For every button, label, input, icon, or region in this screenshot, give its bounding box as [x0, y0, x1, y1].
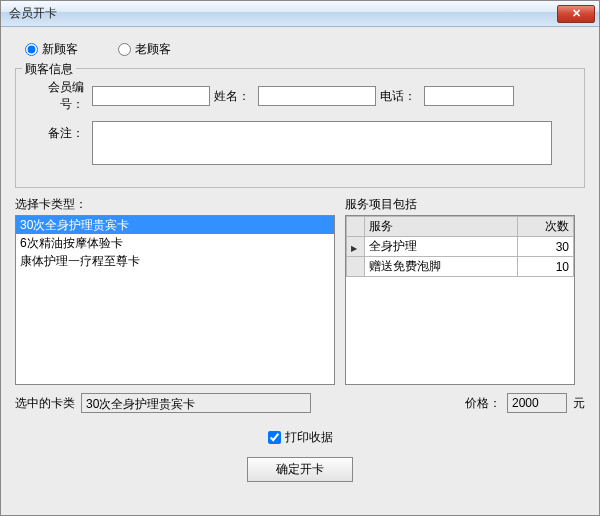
- radio-new-label: 新顾客: [42, 41, 78, 58]
- radio-old-label: 老顾客: [135, 41, 171, 58]
- service-table: 服务 次数 全身护理30赠送免费泡脚10: [346, 216, 574, 277]
- selected-card-label: 选中的卡类: [15, 395, 75, 412]
- service-table-label: 服务项目包括: [345, 196, 585, 213]
- cell-service: 全身护理: [364, 237, 517, 257]
- service-table-wrap[interactable]: 服务 次数 全身护理30赠送免费泡脚10: [345, 215, 575, 385]
- radio-new-input[interactable]: [25, 43, 38, 56]
- remark-label: 备注：: [26, 121, 88, 142]
- service-column: 服务项目包括 服务 次数 全身护理30赠送免费泡脚10: [345, 196, 585, 385]
- card-type-label: 选择卡类型：: [15, 196, 335, 213]
- print-receipt-input[interactable]: [268, 431, 281, 444]
- radio-new-customer[interactable]: 新顾客: [25, 41, 78, 58]
- dialog-content: 新顾客 老顾客 顾客信息 会员编号： 姓名： 电话： 备注：: [1, 27, 599, 488]
- confirm-button[interactable]: 确定开卡: [247, 457, 353, 482]
- name-label: 姓名：: [214, 88, 254, 105]
- customer-info-legend: 顾客信息: [22, 61, 76, 78]
- print-row: 打印收据: [15, 429, 585, 447]
- confirm-row: 确定开卡: [15, 457, 585, 482]
- customer-info-row1: 会员编号： 姓名： 电话：: [26, 79, 574, 113]
- member-id-input[interactable]: [92, 86, 210, 106]
- row-handle: [347, 237, 365, 257]
- price-label: 价格：: [465, 395, 501, 412]
- card-service-row: 选择卡类型： 30次全身护理贵宾卡6次精油按摩体验卡康体护理一疗程至尊卡 服务项…: [15, 196, 585, 385]
- cell-service: 赠送免费泡脚: [364, 257, 517, 277]
- phone-label: 电话：: [380, 88, 420, 105]
- member-card-dialog: 会员开卡 ✕ 新顾客 老顾客 顾客信息 会员编号： 姓名： 电话：: [0, 0, 600, 516]
- customer-info-row2: 备注：: [26, 121, 574, 165]
- col-count-header: 次数: [517, 217, 573, 237]
- print-receipt-checkbox[interactable]: 打印收据: [268, 429, 333, 446]
- customer-info-fieldset: 顾客信息 会员编号： 姓名： 电话： 备注：: [15, 68, 585, 188]
- card-type-item[interactable]: 30次全身护理贵宾卡: [16, 216, 334, 234]
- row-handle-header: [347, 217, 365, 237]
- cell-count: 10: [517, 257, 573, 277]
- customer-type-group: 新顾客 老顾客: [15, 35, 585, 68]
- table-row[interactable]: 全身护理30: [347, 237, 574, 257]
- row-handle: [347, 257, 365, 277]
- card-type-item[interactable]: 6次精油按摩体验卡: [16, 234, 334, 252]
- close-icon: ✕: [572, 7, 581, 20]
- remark-input[interactable]: [92, 121, 552, 165]
- card-type-item[interactable]: 康体护理一疗程至尊卡: [16, 252, 334, 270]
- cell-count: 30: [517, 237, 573, 257]
- close-button[interactable]: ✕: [557, 5, 595, 23]
- selected-card-value: 30次全身护理贵宾卡: [81, 393, 311, 413]
- price-unit: 元: [573, 395, 585, 412]
- col-service-header: 服务: [364, 217, 517, 237]
- card-type-listbox[interactable]: 30次全身护理贵宾卡6次精油按摩体验卡康体护理一疗程至尊卡: [15, 215, 335, 385]
- phone-input[interactable]: [424, 86, 514, 106]
- name-input[interactable]: [258, 86, 376, 106]
- price-value: 2000: [507, 393, 567, 413]
- titlebar: 会员开卡 ✕: [1, 1, 599, 27]
- radio-old-customer[interactable]: 老顾客: [118, 41, 171, 58]
- member-id-label: 会员编号：: [26, 79, 88, 113]
- window-title: 会员开卡: [9, 5, 57, 22]
- table-row[interactable]: 赠送免费泡脚10: [347, 257, 574, 277]
- card-type-column: 选择卡类型： 30次全身护理贵宾卡6次精油按摩体验卡康体护理一疗程至尊卡: [15, 196, 335, 385]
- print-receipt-label: 打印收据: [285, 429, 333, 446]
- selected-price-row: 选中的卡类 30次全身护理贵宾卡 价格： 2000 元: [15, 393, 585, 413]
- radio-old-input[interactable]: [118, 43, 131, 56]
